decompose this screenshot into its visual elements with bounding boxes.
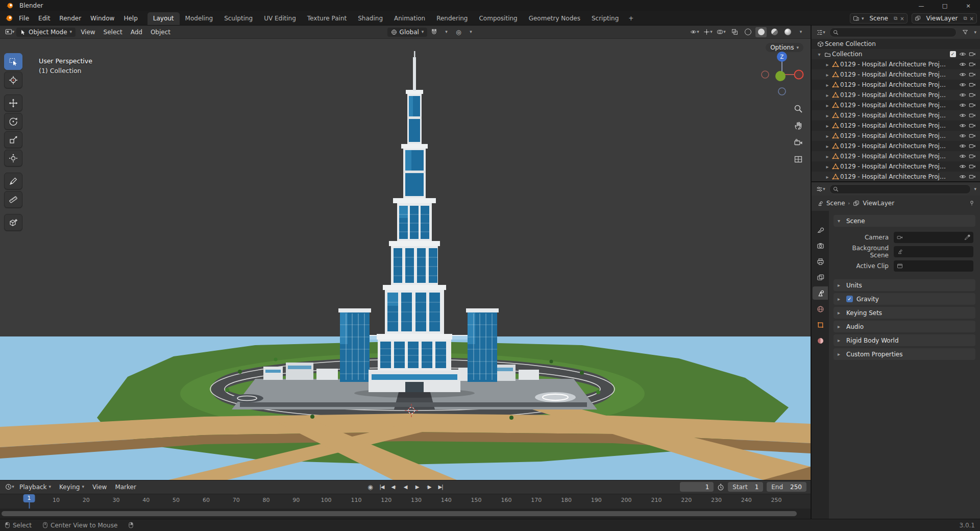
properties-search-input[interactable] xyxy=(829,184,971,194)
topbar-menu-edit[interactable]: Edit xyxy=(34,12,55,25)
timeline-ruler[interactable]: 1 10203040506070809010011012013014015016… xyxy=(0,494,811,509)
expand-arrow-icon[interactable]: ▸ xyxy=(824,164,831,170)
select-box-tool[interactable] xyxy=(4,53,22,70)
annotate-tool[interactable] xyxy=(4,173,22,189)
breadcrumb-viewlayer[interactable]: ViewLayer xyxy=(863,200,894,207)
section-audio[interactable]: ▸ Audio xyxy=(834,321,975,332)
tab-scene[interactable] xyxy=(813,286,828,300)
hide-in-viewport-toggle[interactable] xyxy=(958,112,967,119)
scene-section-header[interactable]: ▾ Scene xyxy=(834,215,975,227)
measure-tool[interactable] xyxy=(4,191,22,208)
workspace-tab-modeling[interactable]: Modeling xyxy=(180,12,219,25)
viewport-menu-view[interactable]: View xyxy=(77,27,99,38)
hide-in-viewport-toggle[interactable] xyxy=(958,51,967,58)
workspace-tab-compositing[interactable]: Compositing xyxy=(473,12,523,25)
outliner-item-row[interactable]: ▸ 0129 - Hospital Architecture Project xyxy=(812,131,980,141)
previous-keyframe-button[interactable]: ◀· xyxy=(388,482,399,492)
disable-in-renders-toggle[interactable] xyxy=(967,142,977,150)
timeline-menu-playback[interactable]: Playback ▾ xyxy=(15,481,55,493)
outliner-item-row[interactable]: ▸ 0129 - Hospital Architecture Project xyxy=(812,161,980,172)
section-keying-sets[interactable]: ▸ Keying Sets xyxy=(834,307,975,319)
transform-tool[interactable] xyxy=(4,150,22,166)
orthographic-toggle-icon[interactable] xyxy=(793,154,804,165)
expand-arrow-icon[interactable]: ▸ xyxy=(824,143,831,149)
workspace-tab-sculpting[interactable]: Sculpting xyxy=(218,12,258,25)
expand-arrow-icon[interactable]: ▸ xyxy=(824,62,831,67)
viewport-menu-select[interactable]: Select xyxy=(100,27,127,38)
disable-in-renders-toggle[interactable] xyxy=(967,122,977,129)
expand-arrow-icon[interactable]: ▸ xyxy=(824,174,831,180)
tab-output[interactable] xyxy=(813,255,828,268)
outliner-item-row[interactable]: ▸ 0129 - Hospital Architecture Project xyxy=(812,172,980,181)
tab-render[interactable] xyxy=(813,239,828,252)
3d-viewport[interactable]: User Perspective (1) Collection Options … xyxy=(0,39,811,480)
close-button[interactable]: × xyxy=(957,0,980,11)
hide-in-viewport-toggle[interactable] xyxy=(958,102,967,109)
topbar-menu-render[interactable]: Render xyxy=(55,12,86,25)
proportional-editing-icon[interactable]: ◎ xyxy=(453,27,464,37)
shading-options-dropdown[interactable]: ▾ xyxy=(795,27,806,37)
disable-in-renders-toggle[interactable] xyxy=(967,102,977,109)
gizmos-toggle[interactable]: ▾ xyxy=(702,27,714,37)
xray-toggle[interactable] xyxy=(729,27,740,37)
cursor-tool[interactable] xyxy=(4,71,22,88)
jump-to-start-button[interactable]: |◀ xyxy=(377,482,387,492)
outliner-scene-collection-row[interactable]: Scene Collection xyxy=(812,39,980,49)
frame-end-field[interactable]: End 250 xyxy=(767,482,806,492)
viewlayer-selector[interactable]: ViewLayer ⧉ × xyxy=(912,13,977,23)
hide-in-viewport-toggle[interactable] xyxy=(958,61,967,68)
scale-tool[interactable] xyxy=(4,131,22,148)
topbar-menu-help[interactable]: Help xyxy=(119,12,142,25)
minimize-button[interactable]: — xyxy=(910,0,933,11)
background-scene-field[interactable] xyxy=(894,246,973,257)
hide-in-viewport-toggle[interactable] xyxy=(958,142,967,150)
tab-object[interactable] xyxy=(813,318,828,331)
navigation-gizmo[interactable]: Z xyxy=(758,50,805,99)
timeline-menu-marker[interactable]: Marker xyxy=(111,481,140,493)
shading-solid-button[interactable] xyxy=(755,27,767,37)
expand-arrow-icon[interactable]: ▸ xyxy=(824,154,831,159)
shading-material-button[interactable] xyxy=(769,27,780,37)
add-cube-tool[interactable] xyxy=(4,214,22,231)
breadcrumb-scene[interactable]: Scene xyxy=(826,200,845,207)
workspace-tab-texture-paint[interactable]: Texture Paint xyxy=(302,12,352,25)
expand-arrow-icon[interactable]: ▸ xyxy=(824,92,831,98)
disable-in-renders-toggle[interactable] xyxy=(967,112,977,119)
outliner-options-dropdown[interactable]: ▾ xyxy=(974,30,976,35)
collection-exclude-checkbox[interactable]: ✓ xyxy=(948,51,958,58)
hide-in-viewport-toggle[interactable] xyxy=(958,132,967,139)
disable-in-renders-toggle[interactable] xyxy=(967,81,977,88)
eyedropper-icon[interactable] xyxy=(964,234,970,240)
topbar-menu-window[interactable]: Window xyxy=(86,12,119,25)
disable-in-renders-toggle[interactable] xyxy=(967,91,977,99)
workspace-tab-geometry-nodes[interactable]: Geometry Nodes xyxy=(523,12,586,25)
remove-viewlayer-icon[interactable]: × xyxy=(970,16,974,21)
maximize-button[interactable]: □ xyxy=(933,0,957,11)
editor-type-selector[interactable]: ▾ xyxy=(4,27,15,37)
section-rigid-body-world[interactable]: ▸ Rigid Body World xyxy=(834,334,975,346)
expand-arrow-icon[interactable]: ▾ xyxy=(816,52,823,57)
move-tool[interactable] xyxy=(4,94,22,111)
viewport-menu-add[interactable]: Add xyxy=(127,27,146,38)
expand-arrow-icon[interactable]: ▸ xyxy=(824,123,831,129)
outliner-item-row[interactable]: ▸ 0129 - Hospital Architecture Project xyxy=(812,141,980,151)
outliner-editor-type-icon[interactable]: ▾ xyxy=(815,27,826,37)
shading-wireframe-button[interactable] xyxy=(742,27,753,37)
section-custom-properties[interactable]: ▸ Custom Properties xyxy=(834,348,975,360)
disable-in-renders-toggle[interactable] xyxy=(967,61,977,68)
snap-target-dropdown[interactable]: ▾ xyxy=(440,27,452,37)
camera-field[interactable] xyxy=(894,232,973,243)
pan-hand-icon[interactable] xyxy=(793,120,804,131)
keying-clock-icon[interactable] xyxy=(717,484,724,491)
workspace-tab-uv-editing[interactable]: UV Editing xyxy=(258,12,302,25)
hide-in-viewport-toggle[interactable] xyxy=(958,153,967,160)
workspace-tab-shading[interactable]: Shading xyxy=(352,12,388,25)
hide-in-viewport-toggle[interactable] xyxy=(958,173,967,180)
properties-editor-type-icon[interactable]: ▾ xyxy=(815,184,826,194)
auto-keying-button[interactable]: ◉ xyxy=(365,482,375,492)
tab-world[interactable] xyxy=(813,302,828,316)
timeline-editor-type-icon[interactable]: ▾ xyxy=(4,482,15,492)
blender-menu-icon[interactable] xyxy=(3,14,14,22)
new-scene-icon[interactable]: ⧉ xyxy=(894,15,897,21)
expand-arrow-icon[interactable]: ▸ xyxy=(824,82,831,88)
